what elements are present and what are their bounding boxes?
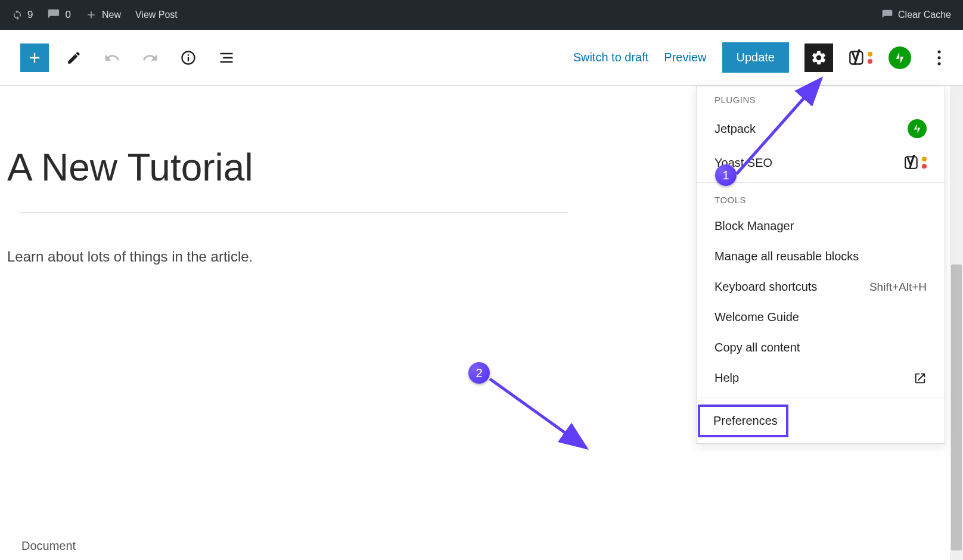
undo-button[interactable] [99,45,125,71]
yoast-icon [904,155,927,170]
clear-cache-label: Clear Cache [898,10,951,20]
breadcrumb[interactable]: Document [21,539,76,553]
menu-item-label: Yoast SEO [715,156,772,170]
scrollbar-thumb[interactable] [951,265,962,550]
jetpack-button[interactable] [888,46,912,70]
admin-view-post[interactable]: View Post [128,0,185,30]
menu-item-help[interactable]: Help [697,363,945,393]
updates-count: 9 [27,9,33,21]
menu-item-preferences[interactable]: Preferences [700,407,786,435]
plugins-section-label: PLUGINS [697,86,945,111]
external-link-icon [914,372,927,385]
menu-item-yoast[interactable]: Yoast SEO [697,147,945,179]
admin-updates[interactable]: 9 [5,0,40,30]
jetpack-icon [889,46,911,69]
outline-button[interactable] [213,45,240,71]
redo-icon [142,49,159,66]
menu-item-label: Help [715,371,739,385]
update-button[interactable]: Update [722,42,790,73]
jetpack-icon [908,119,927,138]
admin-clear-cache[interactable]: Clear Cache [874,0,958,30]
menu-item-label: Block Manager [715,219,794,233]
preferences-highlight: Preferences [698,405,788,437]
plus-icon [26,49,43,66]
comments-count: 0 [65,9,70,21]
options-dropdown: PLUGINS Jetpack Yoast SEO TOOLS Block Ma… [696,86,945,444]
menu-item-jetpack[interactable]: Jetpack [697,111,945,147]
menu-item-label: Copy all content [715,341,800,354]
admin-comments[interactable]: 0 [40,0,77,30]
editor-toolbar: Switch to draft Preview Update [0,30,963,86]
info-button[interactable] [175,45,201,71]
scrollbar-track[interactable] [950,86,963,560]
menu-item-label: Jetpack [715,122,756,136]
menu-item-label: Welcome Guide [715,310,799,324]
svg-point-1 [938,50,941,53]
preview-button[interactable]: Preview [664,51,706,64]
edit-mode-button[interactable] [61,45,87,71]
undo-icon [104,49,120,66]
svg-point-3 [938,62,941,65]
title-divider [20,212,569,213]
menu-item-welcome-guide[interactable]: Welcome Guide [697,302,945,332]
more-vertical-icon [937,49,941,66]
list-icon [218,49,235,66]
redo-button[interactable] [137,45,163,71]
pencil-icon [66,50,82,66]
plus-icon [85,9,97,21]
menu-item-copy-all[interactable]: Copy all content [697,332,945,363]
svg-point-2 [938,56,941,59]
menu-item-reusable-blocks[interactable]: Manage all reusable blocks [697,241,945,272]
menu-item-keyboard-shortcuts[interactable]: Keyboard shortcuts Shift+Alt+H [697,272,945,302]
menu-item-block-manager[interactable]: Block Manager [697,211,945,241]
gear-icon [810,49,827,66]
info-icon [180,49,197,66]
view-post-label: View Post [135,10,178,20]
more-options-button[interactable] [927,46,951,70]
admin-new[interactable]: New [78,0,128,30]
updates-icon [12,10,23,20]
cache-icon [881,9,893,21]
yoast-icon [849,49,872,66]
settings-button[interactable] [804,43,833,72]
new-label: New [102,10,121,20]
tools-section-label: TOOLS [697,186,945,211]
add-block-button[interactable] [20,43,49,72]
admin-bar: 9 0 New View Post Clear Cache [0,0,963,30]
menu-item-label: Preferences [713,414,778,428]
shortcut-label: Shift+Alt+H [869,281,927,294]
menu-item-label: Manage all reusable blocks [715,250,859,263]
menu-item-label: Keyboard shortcuts [715,280,817,294]
yoast-button[interactable] [849,46,872,70]
switch-draft-button[interactable]: Switch to draft [573,51,649,64]
comment-icon [47,8,60,21]
